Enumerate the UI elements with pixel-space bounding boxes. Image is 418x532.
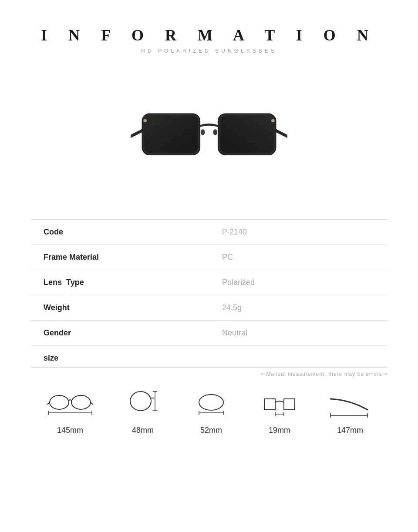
dimension-lens-height: 48mm <box>125 386 160 435</box>
svg-point-22 <box>199 395 223 410</box>
label-52mm: 52mm <box>200 426 222 435</box>
svg-point-8 <box>201 129 205 135</box>
dimension-total-width: 145mm <box>46 390 94 435</box>
label-size: size <box>30 346 209 368</box>
sunglasses-image <box>122 71 296 193</box>
dimensions-row: 145mm 48mm 52mm <box>30 386 388 435</box>
label-gender: Gender <box>30 321 209 346</box>
value-code: P·2140 <box>209 220 388 245</box>
dimension-bridge-width: 19mm <box>262 390 297 435</box>
svg-point-6 <box>143 119 147 123</box>
svg-rect-3 <box>144 116 198 153</box>
value-frame-material: PC <box>209 245 388 270</box>
svg-point-11 <box>71 395 91 409</box>
value-lens-type: Polarized <box>209 270 388 295</box>
label-weight: Weight <box>30 295 209 321</box>
label-145mm: 145mm <box>57 426 83 435</box>
table-row-code: Code P·2140 <box>30 220 388 245</box>
table-row-frame-material: Frame Material PC <box>30 245 388 270</box>
label-lens-type: Lens Type <box>30 270 209 295</box>
svg-rect-5 <box>220 116 274 153</box>
page-title: I N F O R M A T I O N <box>41 26 377 44</box>
svg-point-7 <box>271 119 275 123</box>
table-row-size: size <box>30 346 388 368</box>
label-48mm: 48mm <box>132 426 154 435</box>
value-weight: 24.5g <box>209 295 388 321</box>
page-subtitle: HD POLARIZED SUNGLASSES <box>41 48 377 54</box>
value-size <box>209 346 388 368</box>
label-19mm: 19mm <box>269 426 290 435</box>
svg-line-12 <box>47 402 50 405</box>
value-gender: Neutral <box>209 321 388 346</box>
info-table: Code P·2140 Frame Material PC Lens Type … <box>30 219 388 368</box>
measurement-note: < Manual measurement, there may be error… <box>30 371 388 377</box>
svg-line-13 <box>91 402 93 405</box>
svg-point-9 <box>213 129 217 135</box>
dimension-lens-width: 52mm <box>192 390 231 435</box>
table-row-lens-type: Lens Type Polarized <box>30 270 388 295</box>
table-row-weight: Weight 24.5g <box>30 295 388 321</box>
label-code: Code <box>30 220 209 245</box>
svg-point-10 <box>50 395 69 409</box>
page-header: I N F O R M A T I O N HD POLARIZED SUNGL… <box>41 26 377 54</box>
label-147mm: 147mm <box>337 426 363 435</box>
svg-point-17 <box>130 391 151 411</box>
label-frame-material: Frame Material <box>30 245 209 270</box>
table-row-gender: Gender Neutral <box>30 321 388 346</box>
dimension-temple-length: 147mm <box>328 390 372 435</box>
